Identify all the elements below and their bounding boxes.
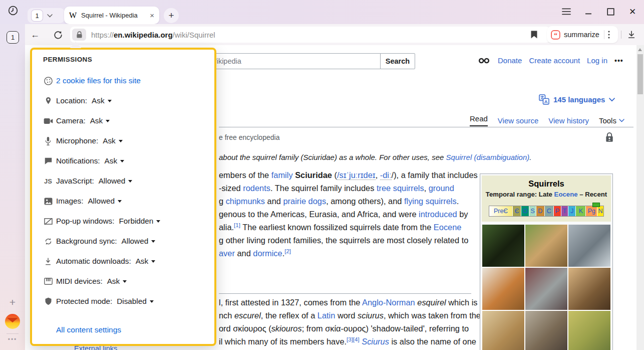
sidebar-more-icon[interactable]: •••: [6, 336, 20, 343]
tab-view-source[interactable]: View source: [498, 116, 538, 125]
cookies-row[interactable]: 2 cookie files for this site: [43, 76, 203, 85]
wiki-link[interactable]: Squirrel (disambiguation): [446, 153, 530, 161]
page-protected-icon[interactable]: [604, 130, 614, 144]
squirrel-photo[interactable]: [525, 311, 567, 350]
scrollbar-thumb[interactable]: [637, 54, 643, 94]
wiki-link[interactable]: dormice: [253, 249, 282, 258]
wiki-link[interactable]: tree squirrels: [377, 184, 424, 193]
tab-read[interactable]: Read: [470, 114, 488, 126]
squirrel-photo[interactable]: [568, 268, 610, 310]
wiki-link[interactable]: Eocene: [554, 191, 578, 198]
text-segment: Sciuridae: [295, 170, 332, 180]
maximize-icon[interactable]: [604, 6, 616, 18]
reload-icon[interactable]: [51, 28, 64, 41]
history-clock-icon[interactable]: [7, 4, 20, 17]
more-options-icon[interactable]: •••: [614, 57, 623, 65]
tab-view-history[interactable]: View history: [548, 116, 589, 125]
scroll-up-icon[interactable]: [638, 48, 642, 51]
create-account-link[interactable]: Create account: [529, 56, 580, 65]
summarize-button[interactable]: “ summarize: [547, 26, 618, 43]
all-content-settings-link[interactable]: All content settings: [56, 325, 121, 334]
donate-link[interactable]: Donate: [498, 56, 522, 65]
wiki-link[interactable]: flying squirrels: [404, 197, 457, 206]
minimize-icon[interactable]: [582, 6, 594, 18]
wiki-link[interactable]: ground: [429, 184, 454, 193]
wiki-search-button[interactable]: Search: [380, 53, 415, 69]
wiki-link[interactable]: aver: [219, 249, 235, 258]
log-in-link[interactable]: Log in: [587, 56, 607, 65]
yandex-mail-icon[interactable]: [5, 314, 20, 329]
permission-dropdown[interactable]: Allowed: [88, 197, 122, 206]
wiki-link[interactable]: /sɪˈjuːrɪdeɪ: [337, 170, 376, 180]
text-segment: -sized: [219, 184, 243, 193]
timescale-segment[interactable]: Pg: [586, 206, 597, 216]
timescale-segment[interactable]: T: [561, 206, 568, 216]
glasses-icon[interactable]: [478, 58, 491, 64]
sidebar-tab-counter[interactable]: 1: [7, 31, 19, 44]
bookmark-flag-icon[interactable]: [527, 29, 540, 41]
permission-dropdown[interactable]: Disabled: [117, 297, 154, 306]
permission-value: Forbidden: [119, 217, 154, 226]
timescale-segment[interactable]: J: [568, 206, 576, 216]
menu-hamburger-icon[interactable]: [560, 6, 572, 18]
squirrel-photo[interactable]: [525, 268, 567, 310]
taxobox-title: Squirrels: [484, 179, 609, 189]
timescale-segment[interactable]: C: [545, 206, 554, 216]
permission-dropdown[interactable]: Ask: [136, 257, 156, 266]
wiki-link[interactable]: Anglo-Norman: [362, 298, 415, 307]
page-scrollbar[interactable]: [636, 45, 644, 350]
wiki-link[interactable]: -diː: [380, 170, 392, 180]
wiki-link[interactable]: chipmunks: [226, 197, 265, 206]
downloads-icon[interactable]: [625, 28, 638, 41]
wiki-link[interactable]: Latin: [317, 311, 336, 320]
timescale-segment[interactable]: K: [576, 206, 586, 216]
cookie-files-link[interactable]: 2 cookie files for this site: [56, 76, 141, 85]
sidebar-add-icon[interactable]: +: [6, 296, 19, 309]
wiki-link[interactable]: [2]: [284, 248, 291, 254]
wiki-link[interactable]: family: [271, 170, 293, 180]
permission-dropdown[interactable]: Ask: [107, 277, 127, 286]
timescale-segment[interactable]: PreЄ: [489, 206, 513, 216]
languages-button[interactable]: A 145 languages: [539, 94, 615, 105]
permission-value: Disabled: [117, 297, 147, 306]
timescale-segment[interactable]: S: [529, 206, 536, 216]
wiki-link[interactable]: Eocene: [434, 223, 462, 232]
back-icon[interactable]: ←: [29, 28, 42, 41]
wiki-link[interactable]: [1]: [234, 222, 240, 228]
kebab-menu-icon[interactable]: [608, 31, 610, 39]
permission-dropdown[interactable]: Allowed: [99, 177, 133, 186]
squirrel-photo[interactable]: [482, 268, 524, 310]
squirrel-photo[interactable]: [482, 225, 524, 267]
new-tab-button[interactable]: +: [164, 8, 179, 23]
site-lock-badge[interactable]: [72, 29, 86, 41]
tab-close-icon[interactable]: ×: [150, 11, 154, 20]
permission-dropdown[interactable]: Ask: [105, 156, 125, 165]
timescale-segment[interactable]: D: [536, 206, 545, 216]
wiki-link[interactable]: introduced: [419, 210, 457, 219]
close-window-icon[interactable]: ✕: [626, 6, 638, 18]
squirrel-photo[interactable]: [525, 225, 567, 267]
wiki-link[interactable]: rodents: [243, 184, 270, 193]
wiki-link[interactable]: prairie dogs: [283, 197, 326, 206]
squirrel-photo[interactable]: [568, 311, 610, 350]
timescale-segment[interactable]: Є: [513, 206, 521, 216]
timescale-segment[interactable]: O: [521, 206, 529, 216]
timescale-segment[interactable]: N: [597, 206, 603, 216]
wiki-link[interactable]: Sciurus: [362, 337, 389, 346]
tab-group-button[interactable]: 1: [28, 8, 65, 23]
squirrel-photo[interactable]: [482, 311, 524, 350]
permission-value: Ask: [107, 277, 120, 286]
permission-dropdown[interactable]: Forbidden: [119, 217, 161, 226]
permission-dropdown[interactable]: Allowed: [122, 237, 156, 246]
tab-tools[interactable]: Tools: [599, 116, 624, 125]
permission-dropdown[interactable]: Ask: [103, 136, 123, 145]
squirrel-photo[interactable]: [568, 225, 610, 267]
address-bar[interactable]: https://en.wikipedia.org/wiki/Squirrel: [70, 27, 550, 43]
permission-dropdown[interactable]: Ask: [92, 96, 112, 105]
permission-value: Ask: [103, 136, 116, 145]
titlebar: 1 W Squirrel - Wikipedia × + ✕: [0, 0, 644, 24]
wiki-link[interactable]: [3][4]: [347, 336, 360, 342]
permission-dropdown[interactable]: Ask: [90, 116, 110, 125]
browser-tab[interactable]: W Squirrel - Wikipedia ×: [64, 7, 159, 24]
timescale-segment[interactable]: P: [554, 206, 561, 216]
